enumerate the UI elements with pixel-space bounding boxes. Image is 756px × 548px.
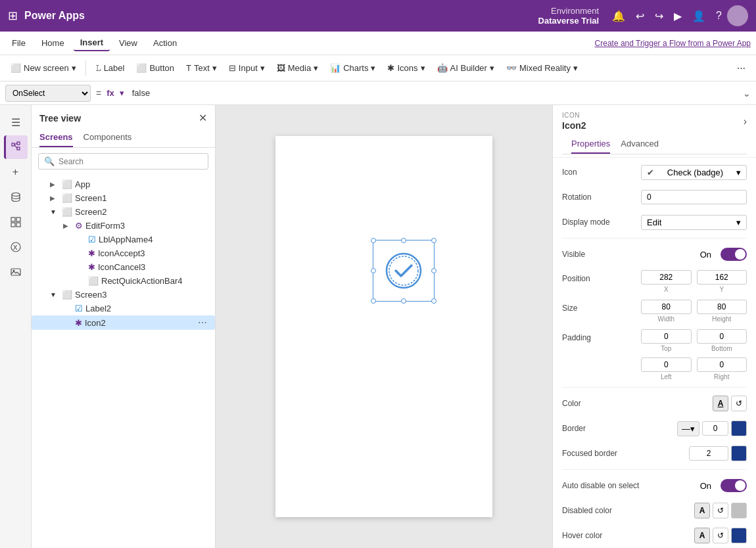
border-width-input[interactable] xyxy=(702,421,728,436)
tree-item-iconaccept3[interactable]: ✱ IconAccept3 xyxy=(32,246,215,260)
tree-item-iconcancel3[interactable]: ✱ IconCancel3 xyxy=(32,260,215,274)
color-reset-button[interactable]: ↺ xyxy=(731,396,747,411)
new-screen-button[interactable]: ⬜ New screen ▾ xyxy=(5,60,82,76)
menu-home[interactable]: Home xyxy=(35,35,71,51)
color-swatch[interactable]: A xyxy=(713,396,728,411)
padding-left-input[interactable] xyxy=(641,357,692,372)
hover-color-reset[interactable]: ↺ xyxy=(713,528,728,543)
icons-button[interactable]: ✱ Icons ▾ xyxy=(382,60,430,76)
handle-bl[interactable] xyxy=(371,298,376,304)
canvas-icon-element[interactable] xyxy=(377,244,430,297)
expand-screen2[interactable]: ▼ xyxy=(50,208,59,216)
tree-item-screen3[interactable]: ▼ ⬜ Screen3 xyxy=(32,288,215,302)
expand-screen1[interactable]: ▶ xyxy=(50,194,59,202)
hover-color-swatch[interactable]: A xyxy=(694,528,710,543)
formula-expand-icon[interactable]: ⌄ xyxy=(743,88,751,99)
add-button[interactable]: + xyxy=(4,160,28,184)
hover-color-box[interactable] xyxy=(731,528,747,543)
props-expand-button[interactable]: › xyxy=(744,116,747,127)
display-mode-select[interactable]: Edit ▾ xyxy=(641,215,747,230)
tree-item-lblappname4[interactable]: ☑ LblAppName4 xyxy=(32,233,215,246)
variables-button[interactable]: x xyxy=(4,235,28,259)
charts-button[interactable]: 📊 Charts ▾ xyxy=(325,60,381,76)
focused-border-color-swatch[interactable] xyxy=(731,445,747,461)
tab-advanced[interactable]: Advanced xyxy=(621,135,659,154)
components-button[interactable] xyxy=(4,210,28,234)
media-button[interactable]: 🖼 Media ▾ xyxy=(272,60,323,76)
tab-screens[interactable]: Screens xyxy=(39,128,73,147)
tab-properties[interactable]: Properties xyxy=(571,135,610,154)
rotation-input[interactable] xyxy=(641,190,747,204)
props-section-label: ICON xyxy=(562,112,586,119)
menu-insert[interactable]: Insert xyxy=(74,35,110,51)
tree-item-screen2[interactable]: ▼ ⬜ Screen2 xyxy=(32,205,215,219)
formula-input[interactable] xyxy=(130,88,738,98)
more-button[interactable]: ⋯ xyxy=(732,60,751,76)
tree-item-app[interactable]: ▶ ⬜ App xyxy=(32,177,215,191)
position-y-input[interactable] xyxy=(697,270,747,285)
tree-item-screen1[interactable]: ▶ ⬜ Screen1 xyxy=(32,191,215,205)
tree-search-input[interactable] xyxy=(59,157,202,166)
tree-close-button[interactable]: ✕ xyxy=(199,112,207,124)
border-color-swatch[interactable] xyxy=(731,421,747,436)
tree-view-button[interactable] xyxy=(4,135,28,159)
size-height-input[interactable] xyxy=(697,300,747,314)
prop-focused-border-label: Focused border xyxy=(562,449,641,458)
tree-item-rectquick[interactable]: ⬜ RectQuickActionBar4 xyxy=(32,274,215,288)
handle-mr[interactable] xyxy=(431,268,437,273)
flow-link[interactable]: Create and Trigger a Flow from a Power A… xyxy=(595,39,751,48)
menu-action[interactable]: Action xyxy=(147,35,183,51)
menu-view[interactable]: View xyxy=(112,35,144,51)
text-button[interactable]: T Text ▾ xyxy=(181,60,222,76)
hamburger-button[interactable]: ☰ xyxy=(4,110,28,134)
handle-tl[interactable] xyxy=(371,238,376,243)
ai-builder-button[interactable]: 🤖 AI Builder ▾ xyxy=(432,60,500,76)
waffle-icon[interactable]: ⊞ xyxy=(8,9,18,23)
menu-file[interactable]: File xyxy=(5,35,32,51)
handle-bm[interactable] xyxy=(401,298,406,304)
canvas-area[interactable] xyxy=(216,105,552,548)
handle-br[interactable] xyxy=(431,298,437,304)
play-button[interactable]: ▶ xyxy=(669,7,687,25)
auto-disable-toggle[interactable] xyxy=(721,479,747,492)
visible-toggle[interactable] xyxy=(721,248,747,261)
icon2-more-button[interactable]: ⋯ xyxy=(195,317,210,328)
rectquick-icon: ⬜ xyxy=(88,276,99,286)
button-button[interactable]: ⬜ Button xyxy=(131,60,179,76)
size-width-input[interactable] xyxy=(641,300,692,314)
disabled-color-box[interactable] xyxy=(731,503,747,518)
mixed-reality-button[interactable]: 👓 Mixed Reality ▾ xyxy=(501,60,583,76)
padding-bottom-label: Bottom xyxy=(697,345,747,352)
expand-screen3[interactable]: ▼ xyxy=(50,291,59,298)
padding-top-input[interactable] xyxy=(641,329,692,344)
padding-bottom-input[interactable] xyxy=(697,329,747,344)
padding-right-input[interactable] xyxy=(697,357,747,372)
focused-border-input[interactable] xyxy=(689,446,728,461)
redo-button[interactable]: ↪ xyxy=(650,7,669,25)
share-button[interactable]: 👤 xyxy=(687,7,711,25)
property-select[interactable]: OnSelect xyxy=(5,85,91,102)
media-panel-button[interactable] xyxy=(4,260,28,284)
help-button[interactable]: ? xyxy=(711,7,727,24)
disabled-color-reset[interactable]: ↺ xyxy=(713,503,728,518)
tree-item-icon2[interactable]: ✱ Icon2 ⋯ xyxy=(32,315,215,330)
undo-button[interactable]: ↩ xyxy=(630,7,650,25)
tree-item-editform3[interactable]: ▶ ⚙ EditForm3 xyxy=(32,219,215,233)
fx-label: fx xyxy=(106,88,114,98)
handle-ml[interactable] xyxy=(371,268,376,273)
expand-editform3[interactable]: ▶ xyxy=(63,222,72,229)
disabled-color-swatch[interactable]: A xyxy=(694,503,710,518)
tree-item-label2[interactable]: ☑ Label2 xyxy=(32,302,215,315)
border-style-button[interactable]: — ▾ xyxy=(677,421,699,436)
position-x-input[interactable] xyxy=(641,270,692,285)
handle-tm[interactable] xyxy=(401,238,406,243)
expand-app[interactable]: ▶ xyxy=(50,181,59,188)
tab-components[interactable]: Components xyxy=(83,128,132,147)
label-button[interactable]: 𝙻 Label xyxy=(90,60,130,76)
handle-tr[interactable] xyxy=(431,238,437,243)
input-button[interactable]: ⊟ Input ▾ xyxy=(224,60,270,76)
avatar[interactable] xyxy=(727,5,748,26)
data-button[interactable] xyxy=(4,185,28,209)
notifications-button[interactable]: 🔔 xyxy=(607,7,630,25)
icon-select-button[interactable]: ✔ Check (badge) ▾ xyxy=(641,165,747,180)
